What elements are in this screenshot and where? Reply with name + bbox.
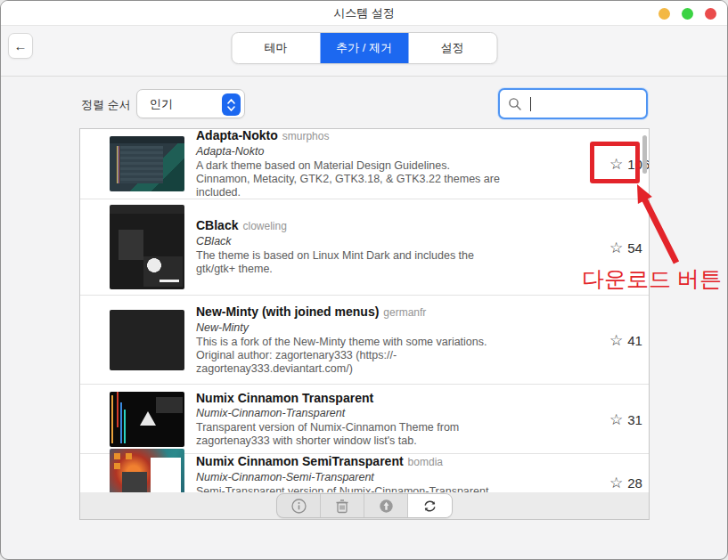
star-icon: ☆ <box>609 332 623 347</box>
maximize-button[interactable] <box>682 8 693 20</box>
item-title: Adapta-Noktosmurphos <box>196 129 500 144</box>
tab-themes[interactable]: 테마 <box>232 33 320 63</box>
star-icon: ☆ <box>609 239 623 255</box>
item-description: The theme is based on Linux Mint Dark an… <box>196 249 500 276</box>
search-icon <box>508 97 522 111</box>
item-thumbnail <box>110 136 184 191</box>
item-text: CBlackcloweling CBlack The theme is base… <box>196 218 500 276</box>
system-settings-window: 시스템 설정 ← 테마 추가 / 제거 설정 정렬 순서 인기 A <box>0 0 728 560</box>
item-rating: ☆ 28 <box>609 475 642 491</box>
minimize-button[interactable] <box>658 8 670 20</box>
window-controls <box>658 8 716 20</box>
star-icon: ☆ <box>609 475 623 491</box>
item-rating: ☆ 31 <box>609 411 642 426</box>
star-icon: ☆ <box>609 157 623 172</box>
star-icon: ☆ <box>609 411 623 426</box>
item-thumbnail <box>110 392 184 447</box>
bottom-toolbar <box>80 492 649 519</box>
theme-list: Adapta-Noktosmurphos Adapta-Nokto A dark… <box>80 129 649 492</box>
scrollbar-thumb[interactable] <box>642 135 647 174</box>
list-item[interactable]: New-Minty (with joined menus)germanfr Ne… <box>80 296 649 385</box>
tab-add-remove[interactable]: 추가 / 제거 <box>320 33 408 63</box>
item-subtitle: Numix-Cinnamon-Transparent <box>196 407 500 420</box>
titlebar: 시스템 설정 <box>1 1 727 26</box>
item-subtitle: Numix-Cinnamon-Semi-Transparent <box>196 471 500 484</box>
update-icon <box>379 499 394 514</box>
text-cursor <box>530 97 531 111</box>
item-subtitle: CBlack <box>196 235 500 248</box>
refresh-icon <box>422 499 438 514</box>
star-count: 31 <box>627 411 642 426</box>
update-button[interactable] <box>364 494 408 517</box>
item-author: cloweling <box>242 220 286 232</box>
item-author: smurphos <box>282 130 330 142</box>
star-count: 41 <box>627 332 642 347</box>
tab-settings[interactable]: 설정 <box>408 33 496 63</box>
tab-switcher: 테마 추가 / 제거 설정 <box>231 32 497 64</box>
item-thumbnail <box>110 205 184 289</box>
item-rating: ☆ 54 <box>609 239 642 255</box>
list-item[interactable]: Numix Cinnamon SemiTransparentbomdia Num… <box>80 454 649 492</box>
back-arrow-icon: ← <box>14 38 28 53</box>
item-author: germanfr <box>383 306 426 319</box>
item-text: Numix Cinnamon Transparent Numix-Cinnamo… <box>196 391 500 448</box>
select-spinner-icon <box>222 93 241 116</box>
trash-icon <box>335 499 349 514</box>
item-thumbnail <box>110 449 184 492</box>
star-count: 54 <box>627 239 642 255</box>
item-title: CBlackcloweling <box>196 218 500 234</box>
item-description: Semi-Transparent version of Numix-Cinnam… <box>196 485 500 493</box>
search-input[interactable] <box>498 88 648 119</box>
item-thumbnail <box>110 310 184 370</box>
theme-list-panel: Adapta-Noktosmurphos Adapta-Nokto A dark… <box>79 128 650 520</box>
refresh-button[interactable] <box>408 494 452 517</box>
back-button[interactable]: ← <box>8 33 33 59</box>
info-button[interactable] <box>277 494 321 517</box>
item-subtitle: Adapta-Nokto <box>196 145 500 158</box>
item-text: Adapta-Noktosmurphos Adapta-Nokto A dark… <box>196 129 500 199</box>
item-description: Transparent version of Numix-Cinnamon Th… <box>196 421 500 448</box>
info-icon <box>291 499 307 514</box>
list-item[interactable]: Adapta-Noktosmurphos Adapta-Nokto A dark… <box>80 129 649 199</box>
item-author: bomdia <box>408 456 443 468</box>
item-rating: ☆ 41 <box>609 332 642 347</box>
list-item[interactable]: Numix Cinnamon Transparent Numix-Cinnamo… <box>80 385 649 454</box>
item-description: A dark theme based on Material Design Gu… <box>196 159 500 199</box>
item-title: New-Minty (with joined menus)germanfr <box>196 304 500 321</box>
item-text: New-Minty (with joined menus)germanfr Ne… <box>196 304 500 376</box>
list-item[interactable]: CBlackcloweling CBlack The theme is base… <box>80 199 649 296</box>
window-title: 시스템 설정 <box>1 1 727 26</box>
item-text: Numix Cinnamon SemiTransparentbomdia Num… <box>196 454 500 493</box>
uninstall-button[interactable] <box>321 494 364 517</box>
close-button[interactable] <box>705 8 716 20</box>
item-title: Numix Cinnamon Transparent <box>196 391 500 406</box>
header-bar: ← 테마 추가 / 제거 설정 <box>1 26 727 77</box>
item-subtitle: New-Minty <box>196 321 500 335</box>
sort-order-select[interactable]: 인기 <box>136 89 245 118</box>
star-count: 28 <box>627 475 642 491</box>
sort-order-label: 정렬 순서 <box>81 97 131 113</box>
toolbar-button-group <box>276 493 453 518</box>
sort-selected-value: 인기 <box>150 90 173 118</box>
item-title: Numix Cinnamon SemiTransparentbomdia <box>196 454 500 470</box>
item-description: This is a fork of the New-Minty theme wi… <box>196 336 500 376</box>
